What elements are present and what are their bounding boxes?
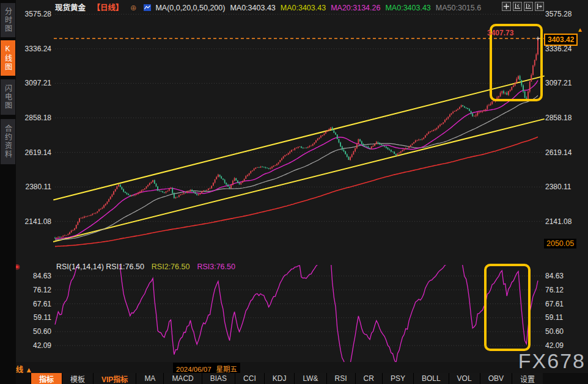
watermark: FX678 (518, 349, 586, 373)
price-axis-label: 3097.21 (17, 79, 51, 87)
crosshair-date: 2024/06/07 (176, 366, 211, 373)
price-axis-label: 3097.21 (545, 79, 571, 87)
toolbar-tab-RSI[interactable]: RSI (326, 373, 355, 384)
price-axis-label: 2380.11 (17, 183, 51, 191)
date-axis-row (0, 362, 588, 373)
toolbar-tab-模板[interactable]: 模板 (62, 373, 93, 384)
ma-value-label: MA50:3015.6 (436, 4, 481, 12)
trading-app-window: 分时图 K线图 闪电图 合约资料 现货黄金 【日线】 ⊕ MA(0,0,20,0… (0, 0, 588, 384)
price-axis-label: 2858.18 (545, 114, 571, 122)
low-price-tag: 2050.05 (544, 239, 576, 248)
rsi-axis-label: 84.63 (17, 272, 51, 280)
ma-chart-icon (144, 4, 151, 12)
price-axis-label: 3336.24 (17, 45, 51, 53)
high-price-label: 3407.73 (487, 29, 513, 37)
indicator-toolbar: 指标模板VIP指标MAMACDBIASCCIKDJLW&RSICRPSYBOLL… (16, 373, 588, 384)
symbol-name: 现货黄金 (55, 4, 86, 12)
chart-toolbar-icons (502, 2, 544, 11)
rsi-axis-label: 42.09 (17, 341, 51, 350)
rsi-value-label: RSI2:76.50 (152, 263, 190, 271)
zoom-out-icon[interactable] (513, 2, 522, 11)
rsi-axis-label: 59.11 (17, 313, 51, 322)
rsi-value-label: RSI(14,14,14) RSI1:76.50 (56, 263, 144, 271)
rsi-header: RSI(14,14,14) RSI1:76.50RSI2:76.50RSI3:7… (56, 263, 243, 271)
sidebar: 分时图 K线图 闪电图 合约资料 (0, 0, 16, 384)
rsi-axis-label: 59.11 (545, 313, 563, 322)
ma-value-label: MA0:3403.43 (385, 4, 430, 12)
rsi-value-label: RSI3:76.50 (197, 263, 235, 271)
toolbar-tab-CR[interactable]: CR (355, 373, 382, 384)
price-axis-label: 2619.14 (545, 148, 571, 157)
rsi-axis-label: 42.09 (545, 341, 564, 350)
price-axis-label: 2380.11 (545, 183, 571, 191)
price-axis-label: 3336.24 (545, 45, 571, 53)
sidebar-item-timeshare[interactable]: 分时图 (1, 3, 15, 37)
rsi-axis-label: 50.60 (17, 327, 51, 336)
price-axis-label: 3575.28 (545, 10, 571, 18)
toolbar-tab-设置[interactable]: 设置 (512, 373, 543, 384)
rsi-axis-label: 76.12 (545, 286, 564, 294)
toolbar-tab-BOLL[interactable]: BOLL (413, 373, 449, 384)
toolbar-tab-KDJ[interactable]: KDJ (264, 373, 295, 384)
chart-header: 现货黄金 【日线】 ⊕ MA(0,0,20,0,50,200)MA0:3403.… (55, 1, 491, 11)
ma-values: MA(0,0,20,0,50,200)MA0:3403.43MA0:3403.4… (155, 4, 486, 12)
ma-value-label: MA20:3134.26 (331, 4, 380, 12)
sidebar-item-kline[interactable]: K线图 (1, 40, 15, 76)
rsi-axis-label: 76.12 (17, 286, 51, 294)
sidebar-item-contract-info[interactable]: 合约资料 (1, 119, 15, 164)
rsi-axis-label: 50.60 (545, 327, 564, 336)
crosshair-weekday: 星期五 (216, 366, 238, 373)
price-axis-label: 2619.14 (17, 148, 51, 157)
toolbar-tab-LW&[interactable]: LW& (294, 373, 326, 384)
add-indicator-icon[interactable]: ⊕ (130, 4, 136, 12)
toolbar-tab-PSY[interactable]: PSY (382, 373, 413, 384)
rsi-axis-label: 67.61 (545, 300, 564, 308)
period-badge[interactable]: 【日线】 (93, 4, 123, 12)
ma-value-label: MA0:3403.43 (281, 4, 326, 12)
pan-right-icon[interactable] (535, 2, 544, 11)
zoom-in-icon[interactable] (524, 2, 533, 11)
price-up-arrow-icon: ▲ (577, 26, 583, 33)
toolbar-tab-MA[interactable]: MA (136, 373, 163, 384)
price-axis-label: 2141.08 (17, 217, 51, 226)
ma-value-label: MA(0,0,20,0,50,200) (155, 4, 225, 12)
toolbar-tab-VIP指标[interactable]: VIP指标 (93, 373, 136, 384)
toolbar-tab-BIAS[interactable]: BIAS (202, 373, 235, 384)
toolbar-tab-CCI[interactable]: CCI (235, 373, 264, 384)
price-axis-label: 2141.08 (545, 217, 571, 226)
toolbar-tab-MACD[interactable]: MACD (163, 373, 201, 384)
price-axis-label: 3575.28 (17, 10, 51, 18)
toolbar-tab-VOL[interactable]: VOL (449, 373, 480, 384)
sidebar-item-lightning[interactable]: 闪电图 (1, 79, 15, 115)
crosshair-icon[interactable] (502, 2, 511, 11)
toolbar-tab-指标[interactable]: 指标 (31, 373, 62, 384)
highlight-box-rsi (484, 264, 531, 351)
last-price-tag: 3403.42 (544, 34, 578, 46)
ma-value-label: MA0:3403.43 (230, 4, 275, 12)
rsi-axis-label: 67.61 (17, 300, 51, 308)
price-axis-label: 2858.18 (17, 114, 51, 122)
rsi-axis-label: 84.63 (545, 272, 564, 280)
toolbar-tab-OBV[interactable]: OBV (480, 373, 512, 384)
